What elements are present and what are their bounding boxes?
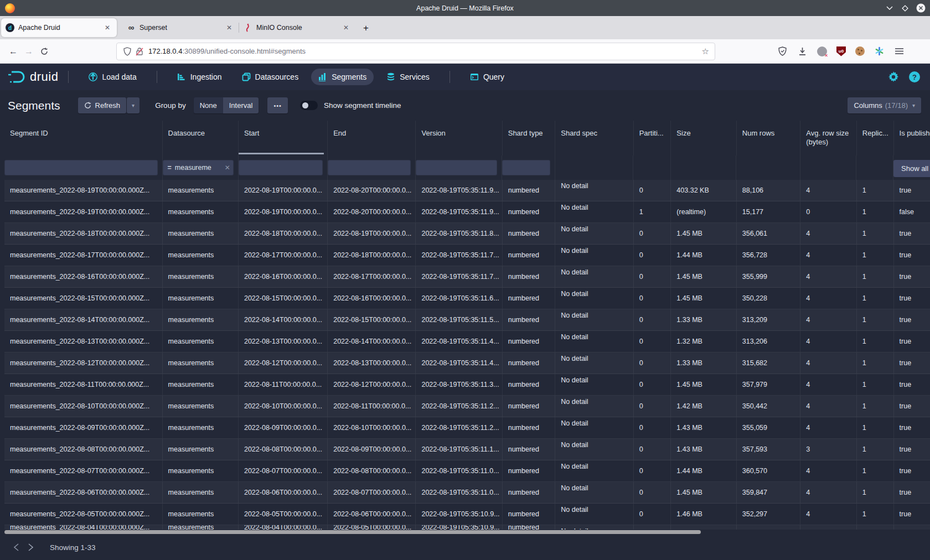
tab-close-icon[interactable]: ✕ bbox=[102, 23, 112, 33]
cell-partition: 0 bbox=[634, 331, 671, 352]
cell-size: 1.43 MB bbox=[671, 439, 736, 460]
remove-filter-icon[interactable]: ✕ bbox=[225, 164, 230, 172]
cell-replicas bbox=[857, 525, 894, 530]
colorful-asterisk-extension-icon[interactable] bbox=[874, 46, 885, 56]
tab-close-icon[interactable]: ✕ bbox=[341, 23, 351, 33]
nav-item-load-data[interactable]: Load data bbox=[81, 69, 143, 85]
segment-timeline-toggle[interactable] bbox=[300, 101, 318, 110]
column-header-avg-row-size[interactable]: Avg. row size (bytes) bbox=[800, 121, 857, 155]
ublock-origin-icon[interactable]: u0 bbox=[836, 46, 846, 56]
cell-shard-type: numbered bbox=[503, 352, 556, 374]
column-header-datasource[interactable]: Datasource bbox=[163, 121, 239, 155]
cookie-extension-icon[interactable] bbox=[855, 46, 865, 56]
column-header-num-rows[interactable]: Num rows bbox=[737, 121, 800, 155]
cell-size: 1.42 MB bbox=[671, 396, 736, 417]
extension-icon[interactable] bbox=[817, 46, 827, 56]
more-options-button[interactable]: ••• bbox=[267, 97, 288, 113]
nav-item-datasources[interactable]: Datasources bbox=[235, 69, 306, 85]
cell-is-published: true bbox=[894, 245, 930, 266]
group-by-interval-button[interactable]: Interval bbox=[223, 97, 259, 113]
cell-avg-row-size: 4 bbox=[800, 331, 857, 352]
column-header-replicas[interactable]: Replic... bbox=[857, 121, 894, 155]
is-published-filter-select[interactable]: Show all bbox=[893, 160, 930, 177]
shard-type-filter-input[interactable] bbox=[502, 160, 550, 175]
column-header-is-published[interactable]: Is published bbox=[894, 121, 930, 155]
cell-num-rows: 355,999 bbox=[737, 266, 800, 287]
previous-page-button[interactable] bbox=[9, 540, 23, 554]
table-row: measurements_2022-08-06T00:00:00.000Z...… bbox=[4, 482, 930, 504]
cell-end: 2022-08-19T00:00:00.0... bbox=[328, 223, 416, 244]
protections-shield-icon[interactable] bbox=[777, 46, 788, 56]
tab-superset[interactable]: ∞ Superset ✕ bbox=[122, 18, 239, 37]
cell-datasource: measurements bbox=[163, 460, 239, 481]
scrollbar-thumb[interactable] bbox=[4, 530, 701, 534]
cell-shard-spec: No detail bbox=[555, 439, 633, 460]
nav-item-label: Query bbox=[483, 72, 504, 81]
table-row: measurements_2022-08-04T00:00:00.000Z...… bbox=[4, 525, 930, 530]
group-by-none-button[interactable]: None bbox=[194, 97, 223, 113]
cell-shard-type: numbered bbox=[503, 504, 556, 525]
cell-shard-spec: No detail bbox=[555, 288, 633, 309]
cell-is-published: true bbox=[894, 288, 930, 309]
url-bar[interactable]: 172.18.0.4:30899/unified-console.html#se… bbox=[116, 43, 715, 60]
hamburger-menu-icon[interactable] bbox=[894, 46, 905, 56]
column-header-version[interactable]: Version bbox=[416, 121, 502, 155]
column-header-segment-id[interactable]: Segment ID bbox=[4, 121, 163, 155]
cell-datasource: measurements bbox=[163, 525, 239, 530]
column-header-label: Num rows bbox=[742, 129, 775, 137]
refresh-label: Refresh bbox=[95, 101, 121, 110]
cell-segment-id: measurements_2022-08-08T00:00:00.000Z... bbox=[4, 439, 163, 460]
cell-replicas: 1 bbox=[857, 482, 894, 503]
forward-button[interactable]: → bbox=[21, 44, 37, 59]
column-header-start[interactable]: Start bbox=[239, 121, 328, 155]
nav-item-query[interactable]: Query bbox=[463, 69, 512, 85]
cell-start: 2022-08-19T00:00:00.0... bbox=[239, 201, 328, 222]
reload-button[interactable] bbox=[37, 44, 52, 59]
window-minimize-icon[interactable] bbox=[885, 3, 895, 13]
column-header-partition[interactable]: Partiti... bbox=[634, 121, 671, 155]
table-filter-row: =measureme✕Show all bbox=[4, 155, 930, 180]
cell-start: 2022-08-16T00:00:00.0... bbox=[239, 266, 328, 287]
table-row: measurements_2022-08-18T00:00:00.000Z...… bbox=[4, 223, 930, 245]
bookmark-star-icon[interactable]: ☆ bbox=[702, 46, 709, 56]
cell-start: 2022-08-12T00:00:00.0... bbox=[239, 352, 328, 374]
tracking-shield-icon[interactable] bbox=[123, 47, 131, 56]
start-filter-input[interactable] bbox=[239, 160, 323, 175]
column-header-size[interactable]: Size bbox=[671, 121, 736, 155]
nav-item-segments[interactable]: Segments bbox=[311, 69, 374, 85]
nav-item-services[interactable]: Services bbox=[379, 69, 437, 85]
window-close-icon[interactable] bbox=[916, 3, 926, 13]
cell-version: 2022-08-19T05:35:11.2... bbox=[416, 417, 502, 438]
downloads-icon[interactable] bbox=[797, 46, 808, 56]
version-filter-input[interactable] bbox=[416, 160, 497, 175]
cell-num-rows: 15,177 bbox=[737, 201, 800, 222]
column-header-end[interactable]: End bbox=[328, 121, 416, 155]
help-icon[interactable]: ? bbox=[909, 71, 920, 82]
table-row: measurements_2022-08-09T00:00:00.000Z...… bbox=[4, 417, 930, 439]
druid-logo[interactable]: druid bbox=[8, 70, 58, 84]
next-page-button[interactable] bbox=[23, 540, 38, 554]
segment-id-filter-input[interactable] bbox=[4, 160, 158, 175]
column-header-shard-type[interactable]: Shard type bbox=[503, 121, 556, 155]
cell-avg-row-size: 4 bbox=[800, 309, 857, 330]
tab-close-icon[interactable]: ✕ bbox=[224, 23, 234, 33]
refresh-dropdown-button[interactable]: ▾ bbox=[127, 97, 140, 113]
filter-cell-size bbox=[671, 155, 736, 180]
nav-item-ingestion[interactable]: Ingestion bbox=[170, 69, 229, 85]
datasource-filter-input[interactable]: =measureme✕ bbox=[163, 160, 234, 175]
cell-num-rows: 352,297 bbox=[737, 504, 800, 525]
settings-gear-icon[interactable] bbox=[888, 71, 899, 82]
cell-start: 2022-08-10T00:00:00.0... bbox=[239, 396, 328, 417]
back-button[interactable]: ← bbox=[6, 44, 21, 59]
refresh-button[interactable]: Refresh bbox=[78, 97, 127, 113]
tab-minio-console[interactable]: MinIO Console ✕ bbox=[239, 18, 355, 37]
tab-apache-druid[interactable]: d Apache Druid ✕ bbox=[1, 18, 117, 37]
insecure-lock-icon[interactable] bbox=[136, 47, 143, 56]
end-filter-input[interactable] bbox=[328, 160, 411, 175]
new-tab-button[interactable]: + bbox=[363, 23, 369, 34]
columns-button[interactable]: Columns (17/18) ▾ bbox=[848, 97, 921, 113]
window-maximize-icon[interactable] bbox=[900, 3, 910, 13]
column-header-shard-spec[interactable]: Shard spec bbox=[555, 121, 633, 155]
cell-avg-row-size: 4 bbox=[800, 504, 857, 525]
cell-partition: 0 bbox=[634, 460, 671, 481]
